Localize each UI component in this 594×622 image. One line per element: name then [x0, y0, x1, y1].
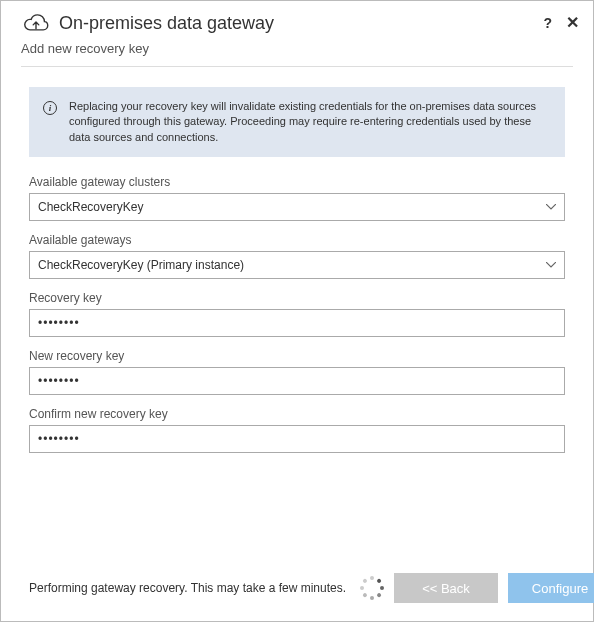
- status-text: Performing gateway recovery. This may ta…: [29, 581, 346, 595]
- content-area: i Replacing your recovery key will inval…: [1, 87, 593, 573]
- spinner-icon: [360, 576, 384, 600]
- info-banner: i Replacing your recovery key will inval…: [29, 87, 565, 157]
- close-icon[interactable]: ✕: [566, 15, 579, 31]
- divider: [21, 66, 573, 67]
- help-icon[interactable]: ?: [543, 15, 552, 31]
- footer: Performing gateway recovery. This may ta…: [1, 573, 593, 621]
- new-recovery-label: New recovery key: [29, 349, 565, 363]
- recovery-input[interactable]: [29, 309, 565, 337]
- gateways-label: Available gateways: [29, 233, 565, 247]
- cloud-upload-icon: [21, 11, 51, 35]
- clusters-field: Available gateway clusters CheckRecovery…: [29, 175, 565, 221]
- info-text: Replacing your recovery key will invalid…: [69, 99, 551, 145]
- clusters-select[interactable]: CheckRecoveryKey: [29, 193, 565, 221]
- confirm-recovery-field: Confirm new recovery key: [29, 407, 565, 453]
- back-button[interactable]: << Back: [394, 573, 498, 603]
- info-icon: i: [43, 101, 57, 115]
- gateway-window: On-premises data gateway ? ✕ Add new rec…: [0, 0, 594, 622]
- confirm-recovery-input[interactable]: [29, 425, 565, 453]
- window-title: On-premises data gateway: [59, 13, 543, 34]
- recovery-label: Recovery key: [29, 291, 565, 305]
- confirm-recovery-label: Confirm new recovery key: [29, 407, 565, 421]
- new-recovery-input[interactable]: [29, 367, 565, 395]
- new-recovery-field: New recovery key: [29, 349, 565, 395]
- titlebar: On-premises data gateway ? ✕: [1, 1, 593, 37]
- recovery-field: Recovery key: [29, 291, 565, 337]
- status-row: Performing gateway recovery. This may ta…: [29, 573, 565, 603]
- gateways-select[interactable]: CheckRecoveryKey (Primary instance): [29, 251, 565, 279]
- page-subtitle: Add new recovery key: [1, 37, 593, 66]
- configure-button[interactable]: Configure: [508, 573, 594, 603]
- button-row: << Back Configure: [394, 573, 594, 603]
- gateways-field: Available gateways CheckRecoveryKey (Pri…: [29, 233, 565, 279]
- clusters-label: Available gateway clusters: [29, 175, 565, 189]
